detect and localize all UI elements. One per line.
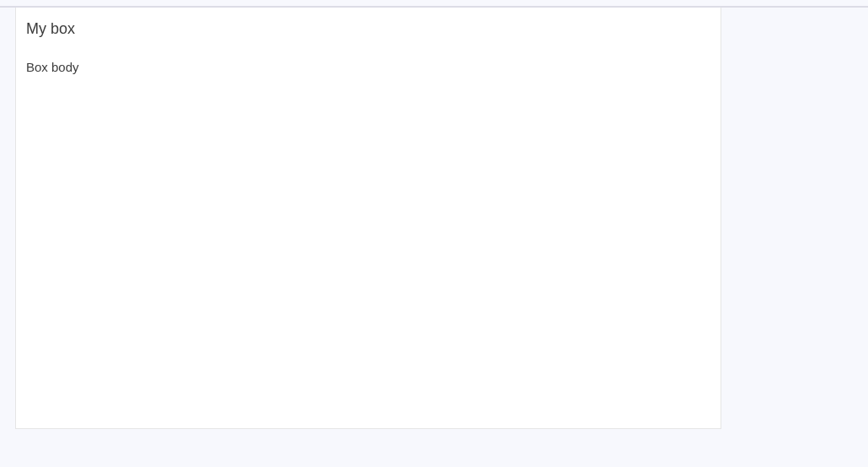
content-area: My box Box body bbox=[0, 8, 868, 429]
box: My box Box body bbox=[15, 8, 721, 429]
box-body: Box body bbox=[16, 48, 721, 428]
page-wrapper: My box Box body bbox=[0, 0, 868, 429]
box-header: My box bbox=[16, 8, 721, 48]
box-body-text: Box body bbox=[26, 60, 79, 74]
box-title: My box bbox=[26, 20, 710, 38]
